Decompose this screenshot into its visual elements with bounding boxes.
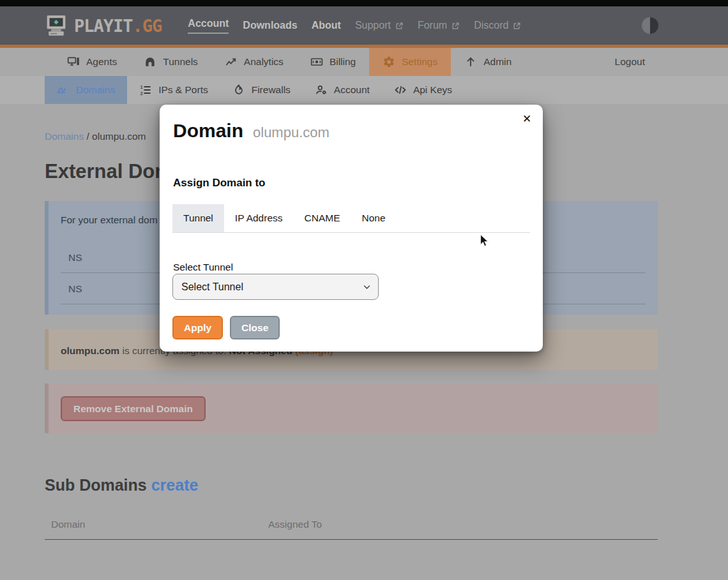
nav-support[interactable]: Support (348, 20, 411, 31)
playit-logo[interactable]: PLAYIT.GG (45, 15, 162, 36)
apply-button[interactable]: Apply (172, 316, 223, 339)
create-subdomain-link[interactable]: create (151, 476, 199, 494)
site-header: PLAYIT.GG Account Downloads About Suppor… (0, 6, 728, 48)
nav-account[interactable]: Account (181, 18, 236, 34)
flame-icon (232, 84, 245, 96)
subnav-ips-ports[interactable]: 12 IPs & Ports (127, 76, 220, 104)
sub-domains-heading: Sub Domains create (45, 476, 198, 494)
person-gear-icon (315, 84, 328, 96)
modal-title: Domain (173, 120, 243, 142)
subnav-label: Api Keys (413, 84, 452, 96)
mainnav-label: Billing (330, 56, 356, 68)
settings-sub-nav: Domains 12 IPs & Ports Firewalls Account… (0, 76, 728, 104)
line-chart-icon (225, 56, 238, 68)
mainnav-label: Analytics (244, 56, 284, 68)
numbered-list-icon: 12 (139, 84, 152, 96)
column-header-assigned-to: Assigned To (268, 519, 322, 530)
tab-tunnel[interactable]: Tunnel (172, 204, 224, 232)
subnav-label: IPs & Ports (158, 84, 208, 96)
tab-none[interactable]: None (351, 204, 397, 232)
mainnav-label: Agents (86, 56, 117, 68)
select-tunnel-dropdown[interactable]: Select Tunnel (172, 274, 379, 300)
code-icon (394, 84, 407, 96)
mainnav-tunnels[interactable]: Tunnels (130, 48, 211, 76)
column-header-domain: Domain (51, 519, 85, 530)
modal-buttons: Apply Close (172, 316, 280, 339)
mainnav-agents[interactable]: Agents (54, 48, 130, 76)
breadcrumb-current: olumpu.com (92, 131, 146, 142)
domain-modal: ✕ Domain olumpu.com Assign Domain to Tun… (160, 105, 543, 352)
mainnav-admin[interactable]: Admin (451, 48, 525, 76)
logo-text: PLAYIT.GG (74, 16, 162, 36)
external-link-icon (395, 22, 404, 30)
modal-title-row: Domain olumpu.com (173, 120, 330, 142)
signature-route-icon (57, 84, 70, 96)
subnav-api-keys[interactable]: Api Keys (382, 76, 464, 104)
devices-icon (67, 56, 80, 68)
mainnav-label: Settings (402, 56, 437, 68)
main-nav: Agents Tunnels Analytics Billing Setting… (0, 48, 728, 76)
subnav-firewalls[interactable]: Firewalls (220, 76, 303, 104)
subnav-label: Account (334, 84, 370, 96)
playit-app: PLAYIT.GG Account Downloads About Suppor… (0, 0, 728, 580)
nav-forum[interactable]: Forum (411, 20, 467, 31)
money-icon (310, 56, 323, 68)
theme-toggle-icon[interactable] (642, 17, 658, 34)
close-icon[interactable]: ✕ (519, 112, 535, 127)
breadcrumb-domains-link[interactable]: Domains (45, 131, 84, 142)
mainnav-billing[interactable]: Billing (297, 48, 369, 76)
svg-text:1: 1 (140, 85, 143, 89)
nav-about[interactable]: About (305, 20, 348, 31)
assign-tabs: Tunnel IP Address CNAME None (172, 204, 530, 233)
external-link-icon (513, 22, 521, 30)
external-link-icon (451, 22, 460, 30)
logout-button[interactable]: Logout (615, 48, 645, 76)
tab-cname[interactable]: CNAME (294, 204, 351, 232)
remove-external-domain-button[interactable]: Remove External Domain (61, 396, 206, 421)
arrow-up-icon (464, 56, 477, 68)
info-box-text: For your external dom (61, 214, 158, 226)
modal-domain-name: olumpu.com (253, 124, 330, 141)
assignment-domain: olumpu.com (61, 345, 119, 356)
select-tunnel-wrap: Select Tunnel (172, 274, 379, 300)
mainnav-settings[interactable]: Settings (369, 48, 451, 76)
mainnav-label: Tunnels (163, 56, 198, 68)
subnav-label: Domains (76, 84, 115, 96)
assign-domain-heading: Assign Domain to (173, 177, 266, 190)
tab-ip-address[interactable]: IP Address (224, 204, 294, 232)
close-button[interactable]: Close (230, 316, 280, 339)
breadcrumb-separator: / (86, 131, 89, 142)
header-nav: Account Downloads About Support Forum Di… (181, 18, 528, 34)
table-header-divider (45, 539, 658, 540)
remove-domain-box: Remove External Domain (45, 383, 658, 433)
mainnav-analytics[interactable]: Analytics (211, 48, 297, 76)
breadcrumb: Domains / olumpu.com (45, 131, 146, 142)
mainnav-label: Admin (483, 56, 512, 68)
subnav-domains[interactable]: Domains (45, 76, 127, 104)
svg-text:2: 2 (140, 91, 143, 96)
nav-discord[interactable]: Discord (467, 20, 528, 31)
gear-icon (383, 56, 395, 68)
subnav-label: Firewalls (252, 84, 291, 96)
top-black-strip (0, 0, 728, 6)
retro-computer-icon (45, 15, 68, 36)
nav-downloads[interactable]: Downloads (236, 20, 304, 31)
tunnel-icon (144, 56, 156, 68)
subnav-account[interactable]: Account (303, 76, 382, 104)
select-tunnel-label: Select Tunnel (173, 262, 233, 273)
